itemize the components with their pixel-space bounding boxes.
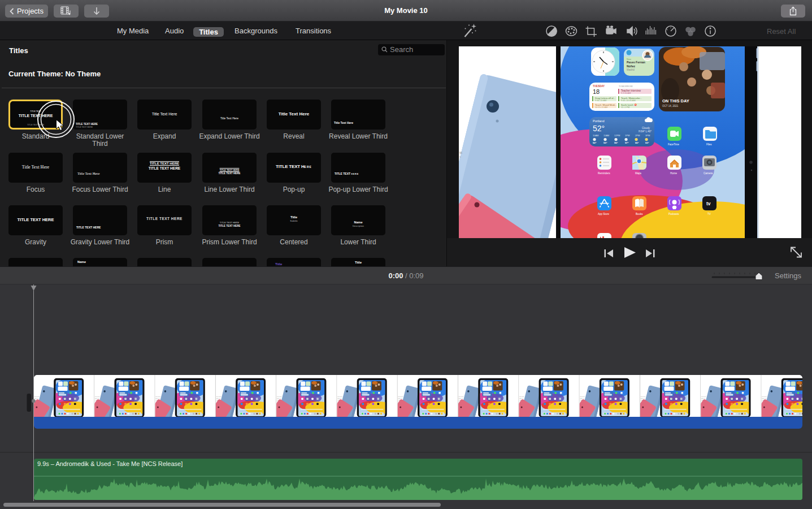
svg-text:N: N	[459, 156, 461, 158]
svg-text:TUESDAY: TUESDAY	[593, 85, 605, 88]
svg-text:TV: TV	[707, 213, 711, 215]
svg-text:Paseo Fernan: Paseo Fernan	[627, 61, 645, 64]
svg-text:63°: 63°	[645, 141, 649, 144]
svg-text:9:30–10 AM: 9:30–10 AM	[595, 100, 606, 102]
svg-text:57°: 57°	[625, 141, 629, 144]
svg-text:Reset All: Reset All	[767, 27, 796, 36]
svg-text:10:15–11 AM: 10:15–11 AM	[595, 106, 607, 109]
svg-text:Cloudy: Cloudy	[642, 127, 650, 130]
svg-text:9-9:30 AM: 9-9:30 AM	[621, 92, 631, 94]
svg-text:Maps: Maps	[635, 172, 642, 175]
svg-text:52°: 52°	[593, 124, 605, 133]
svg-text:Teach: Watercolor...: Teach: Watercolor...	[621, 97, 642, 100]
svg-text:12PM: 12PM	[614, 134, 620, 137]
svg-text:53°: 53°	[603, 141, 607, 144]
svg-text:Home: Home	[670, 172, 678, 175]
svg-text:TOMORROW: TOMORROW	[619, 85, 633, 88]
svg-text:1PM: 1PM	[625, 134, 629, 137]
svg-text:18: 18	[593, 88, 600, 95]
svg-text:ON THIS DAY: ON THIS DAY	[662, 98, 689, 103]
svg-text:Teacher interview: Teacher interview	[621, 89, 641, 92]
svg-text:Files: Files	[706, 143, 712, 146]
svg-text:Teach: Mixed Medi...: Teach: Mixed Medi...	[595, 103, 616, 106]
svg-text:App Store: App Store	[598, 213, 610, 215]
svg-text:Camera: Camera	[704, 172, 713, 175]
svg-text:tv: tv	[706, 201, 711, 206]
svg-text:10AM: 10AM	[593, 134, 598, 137]
svg-text:9.9s – Andromedik & Used - Tak: 9.9s – Andromedik & Used - Take Me [NCS …	[37, 460, 183, 467]
svg-text:Drag Leticia off al...: Drag Leticia off al...	[595, 97, 615, 100]
svg-text:55°: 55°	[614, 141, 618, 144]
svg-text:9:45–10:45 AM: 9:45–10:45 AM	[621, 100, 636, 102]
svg-text:Reminders: Reminders	[598, 172, 611, 175]
svg-text:Núñez: Núñez	[627, 64, 636, 68]
svg-text:W.: W.	[459, 151, 463, 154]
svg-text:60°: 60°	[635, 141, 639, 144]
svg-text:Podcasts: Podcasts	[668, 213, 679, 215]
svg-text:OCT 14, 2021: OCT 14, 2021	[662, 105, 679, 107]
svg-text:3PM: 3PM	[645, 134, 650, 137]
svg-text:H:64° L:40°: H:64° L:40°	[639, 130, 652, 133]
svg-text:52°: 52°	[593, 141, 597, 144]
svg-text:FaceTime: FaceTime	[668, 143, 679, 146]
svg-text:12–1 PM: 12–1 PM	[621, 106, 629, 109]
svg-text:Books: Books	[636, 213, 643, 215]
svg-text:Madrid: Madrid	[627, 68, 635, 71]
svg-text:2PM: 2PM	[635, 134, 640, 137]
svg-text:Portland: Portland	[593, 119, 605, 123]
svg-text:11AM: 11AM	[603, 134, 609, 137]
